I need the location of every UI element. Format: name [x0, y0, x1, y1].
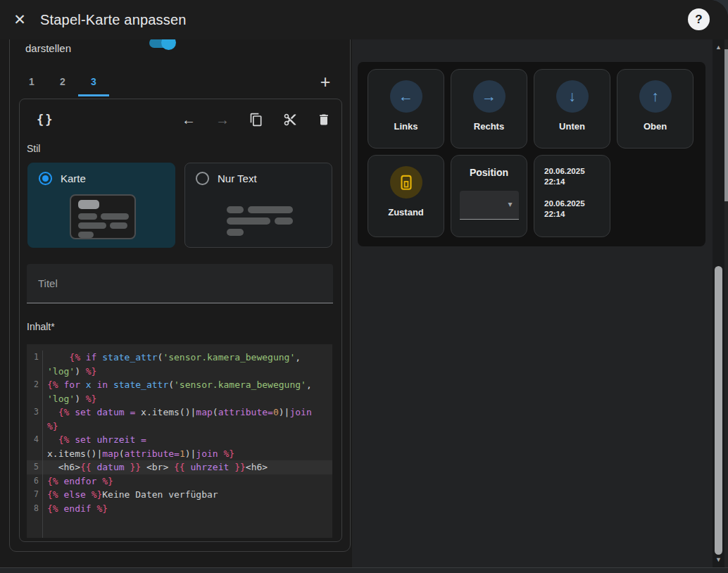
line-number: 3	[27, 405, 43, 433]
content-field-label: Inhalt*	[27, 321, 55, 332]
preview-card-label: Rechts	[474, 121, 504, 132]
copy-icon[interactable]	[249, 112, 264, 127]
code-line-4: 4 {% set uhrzeit = x.items()|map(attribu…	[27, 433, 332, 460]
dialog-title: Stapel-Karte anpassen	[40, 12, 187, 28]
timestamp-date: 20.06.2025	[544, 166, 585, 177]
code-braces-icon[interactable]: {}	[37, 113, 54, 127]
style-option-card[interactable]: Karte	[27, 163, 175, 248]
arrow-right-icon: →	[473, 80, 506, 113]
tab-3[interactable]: 3	[78, 69, 109, 96]
chevron-down-icon: ▾	[508, 199, 512, 209]
tab-bar: 123	[16, 69, 109, 96]
thumbnail-bar	[78, 222, 106, 229]
timestamp-time: 22:14	[544, 209, 585, 220]
thumbnail-bar	[227, 218, 270, 225]
preview-card-timestamps: 20.06.2025 22:14 20.06.2025 22:14	[534, 155, 610, 237]
style-option-label: Nur Text	[218, 172, 257, 184]
code-text: {% set datum = x.items()|map(attribute=0…	[43, 405, 320, 433]
cut-scissors-icon[interactable]	[282, 112, 298, 127]
thumbnail-bar	[227, 229, 244, 236]
preview-card-oben[interactable]: ↑Oben	[617, 69, 694, 149]
line-number: 4	[27, 433, 43, 460]
thumbnail-bar	[110, 222, 127, 229]
outer-scrollbar	[724, 39, 728, 573]
visibility-toggle-label: darstellen	[25, 42, 71, 54]
preview-row-2: Zustand Position ▾ 20.06.2025 22:14 20.0…	[368, 155, 696, 237]
preview-card-unten[interactable]: ↓Unten	[534, 69, 610, 149]
radio-selected-icon[interactable]	[39, 172, 52, 185]
position-select[interactable]: ▾	[460, 191, 519, 220]
thumbnail-bar	[227, 206, 244, 213]
style-option-header: Karte	[39, 172, 86, 185]
preview-card-links[interactable]: ←Links	[368, 69, 444, 149]
style-section-label: Stil	[27, 143, 40, 154]
style-option-label: Karte	[61, 172, 86, 184]
thumbnail-bar	[101, 213, 129, 220]
code-text: {% if state_attr('sensor.kamera_bewegung…	[43, 351, 320, 378]
line-number: 5	[27, 460, 43, 474]
thumbnail-bar	[78, 232, 94, 238]
timestamp-entry: 20.06.2025 22:14	[544, 166, 585, 187]
thumbnail-bar	[78, 200, 99, 209]
line-number: 7	[27, 488, 43, 502]
thumbnail-bar	[248, 206, 293, 213]
stack-card-dialog: ✕ Stapel-Karte anpassen ? darstellen 123…	[0, 0, 728, 573]
line-number: 1	[27, 351, 43, 378]
timestamp-date: 20.06.2025	[544, 199, 585, 209]
preview-card-rechts[interactable]: →Rechts	[451, 69, 527, 149]
scroll-up-icon[interactable]: ▲	[713, 42, 724, 52]
vertical-scrollbar: ▲ ▼	[713, 39, 724, 567]
preview-card-position: Position ▾	[451, 155, 527, 237]
line-number: 6	[27, 474, 43, 489]
arrow-left-icon: ←	[390, 80, 422, 113]
code-text: {% else %}Keine Daten verfügbar	[43, 488, 320, 502]
code-line-2: 2{% for x in state_attr('sensor.kamera_b…	[27, 378, 332, 405]
scroll-down-icon[interactable]: ▼	[713, 555, 724, 565]
code-line-1: 1 {% if state_attr('sensor.kamera_bewegu…	[27, 351, 332, 378]
line-number: 8	[27, 502, 43, 516]
door-icon	[390, 166, 422, 199]
help-icon[interactable]: ?	[688, 8, 710, 30]
preview-card-label: Unten	[559, 121, 585, 132]
outer-scrollbar-thumb[interactable]	[724, 49, 728, 201]
code-line-6: 6{% endfor %}	[27, 474, 332, 489]
thumbnail-bar	[78, 213, 97, 220]
preview-card-label: Zustand	[388, 207, 424, 218]
title-input[interactable]	[27, 264, 333, 303]
card-style-thumbnail	[70, 194, 136, 239]
code-text: {% for x in state_attr('sensor.kamera_be…	[43, 378, 320, 405]
code-text: <h6>{{ datum }} <br> {{ uhrzeit }}<h6>	[43, 460, 320, 474]
code-text: {% set uhrzeit = x.items()|map(attribute…	[43, 433, 320, 460]
code-line-3: 3 {% set datum = x.items()|map(attribute…	[27, 405, 332, 433]
code-line-8: 8{% endif %}	[27, 502, 332, 516]
thumbnail-bar	[275, 218, 293, 225]
undo-icon[interactable]: ←	[181, 112, 196, 127]
tab-2[interactable]: 2	[47, 69, 78, 96]
scrollbar-thumb[interactable]	[715, 266, 722, 555]
code-editor[interactable]: 1 {% if state_attr('sensor.kamera_bewegu…	[27, 344, 332, 538]
line-number: 2	[27, 378, 43, 405]
card-preview: ←Links→Rechts↓Unten↑Oben Zustand Positio…	[358, 62, 705, 246]
radio-unselected-icon[interactable]	[196, 172, 209, 185]
code-line-5: 5 <h6>{{ datum }} <br> {{ uhrzeit }}<h6>	[27, 460, 332, 474]
card-editor-panel: {} ← → Stil Karte	[19, 99, 342, 542]
redo-icon[interactable]: →	[215, 112, 230, 127]
preview-row-1: ←Links→Rechts↓Unten↑Oben	[368, 69, 696, 149]
tab-1[interactable]: 1	[16, 69, 47, 96]
style-options: Karte Nur Text	[27, 163, 332, 248]
close-icon[interactable]: ✕	[9, 9, 30, 30]
style-option-text-only[interactable]: Nur Text	[184, 163, 332, 248]
code-text: {% endfor %}	[43, 474, 320, 489]
code-line-7: 7{% else %}Keine Daten verfügbar	[27, 488, 332, 502]
editor-toolbar: {} ← →	[20, 99, 341, 140]
timestamp-entry: 20.06.2025 22:14	[544, 199, 585, 220]
dialog-bottom-edge	[0, 567, 728, 573]
toolbar-icons: ← →	[181, 112, 332, 127]
timestamp-time: 22:14	[544, 177, 585, 187]
preview-card-state[interactable]: Zustand	[368, 155, 444, 237]
add-tab-button[interactable]: +	[314, 70, 337, 93]
code-text: {% endif %}	[43, 502, 320, 516]
dialog-header: ✕ Stapel-Karte anpassen ?	[0, 0, 728, 39]
arrow-down-icon: ↓	[556, 80, 589, 113]
delete-trash-icon[interactable]	[316, 112, 332, 127]
